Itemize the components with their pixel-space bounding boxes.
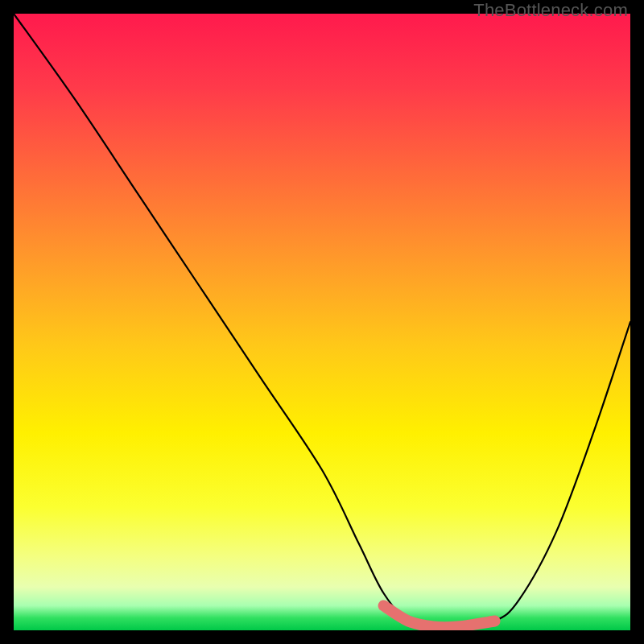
bottleneck-curve — [14, 14, 630, 627]
highlight-segment — [384, 605, 495, 627]
plot-area — [14, 14, 630, 630]
chart-svg — [14, 14, 630, 630]
watermark-text: TheBottleneck.com — [473, 0, 628, 21]
chart-frame: TheBottleneck.com — [0, 0, 644, 644]
